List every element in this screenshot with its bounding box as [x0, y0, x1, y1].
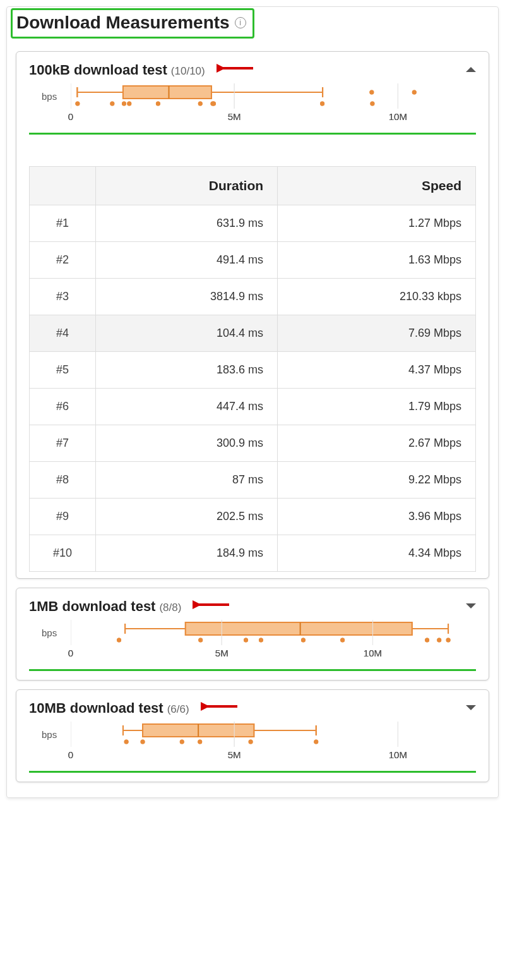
card-header[interactable]: 10MB download test (6/6)	[16, 690, 489, 717]
card-title: 10MB download test (6/6)	[29, 700, 240, 717]
section-title-highlight: Download Measurements i	[11, 8, 254, 39]
cell-index: #2	[30, 242, 96, 279]
axis-tick: 0	[68, 648, 73, 658]
annotation-arrow-icon	[201, 700, 240, 713]
axis-tick: 10M	[389, 111, 407, 122]
card-title: 100kB download test (10/10)	[29, 62, 256, 78]
svg-point-34	[320, 102, 324, 106]
svg-point-30	[156, 102, 160, 106]
section-title: Download Measurements i	[16, 13, 246, 33]
test-card-10mb: 10MB download test (6/6) bps 05M10M05M10…	[16, 689, 489, 782]
svg-point-99	[198, 740, 202, 744]
svg-point-101	[314, 740, 318, 744]
cell-duration: 87 ms	[96, 462, 278, 499]
svg-point-68	[301, 638, 306, 643]
info-icon[interactable]: i	[235, 17, 246, 28]
cell-speed: 9.22 Mbps	[278, 462, 476, 499]
annotation-arrow-icon	[217, 62, 256, 75]
axis-tick: 0	[68, 749, 73, 760]
card-title-text: 1MB download test	[29, 598, 155, 615]
expand-chevron-down-icon[interactable]	[466, 705, 476, 710]
table-row[interactable]: #10184.9 ms4.34 Mbps	[30, 535, 476, 572]
col-index	[30, 167, 96, 205]
boxplot-axis: 05M10M05M10M	[71, 111, 463, 124]
svg-point-37	[412, 90, 417, 95]
card-header[interactable]: 100kB download test (10/10)	[16, 52, 489, 78]
cell-speed: 3.96 Mbps	[278, 499, 476, 535]
cell-speed: 7.69 Mbps	[278, 315, 476, 352]
table-row[interactable]: #7300.9 ms2.67 Mbps	[30, 425, 476, 462]
divider-line	[29, 669, 476, 671]
test-card-1mb: 1MB download test (8/8) bps 05M10M05M10M	[16, 588, 489, 681]
cell-index: #3	[30, 279, 96, 315]
card-count: (6/6)	[167, 703, 189, 716]
table-row[interactable]: #33814.9 ms210.33 kbps	[30, 279, 476, 315]
axis-tick: 5M	[215, 648, 229, 658]
cell-duration: 447.4 ms	[96, 389, 278, 425]
boxplot: bps 05M10M05M10M	[29, 717, 476, 762]
card-title-text: 100kB download test	[29, 62, 167, 78]
card-count: (8/8)	[159, 602, 181, 614]
table-header-row: Duration Speed	[30, 167, 476, 205]
cell-speed: 210.33 kbps	[278, 279, 476, 315]
axis-tick: 0	[68, 111, 73, 122]
cell-speed: 4.37 Mbps	[278, 352, 476, 389]
cell-speed: 1.79 Mbps	[278, 389, 476, 425]
col-speed: Speed	[278, 167, 476, 205]
svg-point-35	[370, 102, 374, 106]
axis-tick: 5M	[228, 749, 241, 760]
svg-point-98	[180, 740, 184, 744]
card-header[interactable]: 1MB download test (8/8)	[16, 588, 489, 615]
table-row[interactable]: #1631.9 ms1.27 Mbps	[30, 205, 476, 242]
svg-point-26	[75, 102, 80, 106]
table-row[interactable]: #9202.5 ms3.96 Mbps	[30, 499, 476, 535]
cell-speed: 2.67 Mbps	[278, 425, 476, 462]
divider-line	[29, 133, 476, 135]
svg-point-36	[369, 90, 374, 95]
boxplot: bps 05M10M05M10M	[29, 78, 476, 124]
axis-tick: 10M	[389, 749, 407, 760]
expand-chevron-down-icon[interactable]	[466, 603, 476, 608]
cell-duration: 3814.9 ms	[96, 279, 278, 315]
svg-point-96	[124, 740, 129, 744]
boxplot-chart	[71, 722, 463, 747]
svg-point-29	[127, 102, 131, 106]
svg-point-72	[446, 638, 451, 643]
table-row[interactable]: #5183.6 ms4.37 Mbps	[30, 352, 476, 389]
boxplot-y-label: bps	[42, 91, 64, 102]
cell-duration: 183.6 ms	[96, 352, 278, 389]
boxplot-y-label: bps	[42, 729, 64, 740]
cell-index: #10	[30, 535, 96, 572]
divider-line	[29, 771, 476, 773]
download-measurements-panel: Download Measurements i 100kB download t…	[6, 6, 499, 798]
svg-point-70	[425, 638, 429, 643]
cell-duration: 300.9 ms	[96, 425, 278, 462]
card-title: 1MB download test (8/8)	[29, 598, 232, 615]
cell-index: #1	[30, 205, 96, 242]
cell-duration: 631.9 ms	[96, 205, 278, 242]
section-title-text: Download Measurements	[16, 13, 230, 33]
card-title-text: 10MB download test	[29, 700, 163, 717]
table-row[interactable]: #2491.4 ms1.63 Mbps	[30, 242, 476, 279]
svg-point-33	[211, 102, 216, 106]
cell-speed: 4.34 Mbps	[278, 535, 476, 572]
cell-speed: 1.27 Mbps	[278, 205, 476, 242]
cell-duration: 184.9 ms	[96, 535, 278, 572]
cell-index: #8	[30, 462, 96, 499]
boxplot-axis: 05M10M05M10M	[71, 648, 463, 660]
table-row[interactable]: #6447.4 ms1.79 Mbps	[30, 389, 476, 425]
collapse-chevron-up-icon[interactable]	[466, 67, 476, 72]
cell-speed: 1.63 Mbps	[278, 242, 476, 279]
table-row[interactable]: #887 ms9.22 Mbps	[30, 462, 476, 499]
test-card-100kb: 100kB download test (10/10) bps 05M10M05…	[16, 51, 489, 579]
svg-point-69	[340, 638, 345, 643]
cell-duration: 104.4 ms	[96, 315, 278, 352]
cell-index: #5	[30, 352, 96, 389]
boxplot-axis: 05M10M05M10M	[71, 749, 463, 762]
svg-rect-24	[123, 86, 211, 99]
cell-index: #7	[30, 425, 96, 462]
cell-duration: 202.5 ms	[96, 499, 278, 535]
table-row[interactable]: #4104.4 ms7.69 Mbps	[30, 315, 476, 352]
svg-point-66	[244, 638, 248, 643]
cell-duration: 491.4 ms	[96, 242, 278, 279]
